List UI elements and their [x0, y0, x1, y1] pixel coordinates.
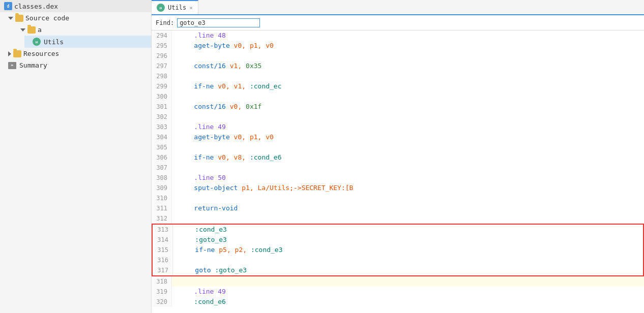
line-number: 307 — [152, 163, 172, 173]
code-line: 314 :goto_e3 — [153, 235, 643, 245]
line-content: .line 49 — [172, 287, 644, 297]
find-bar: Find: — [152, 15, 644, 30]
line-number: 309 — [152, 183, 172, 193]
find-input[interactable] — [177, 18, 260, 27]
line-content: aget-byte v0, p1, v0 — [172, 132, 644, 142]
line-content — [172, 91, 644, 102]
line-content: :cond_e3 — [173, 225, 643, 235]
tab-label: Utils — [168, 4, 186, 11]
line-content — [172, 71, 644, 81]
code-line: 318 — [152, 276, 644, 287]
resources-folder-icon — [13, 50, 21, 57]
code-line: 313 :cond_e3 — [153, 225, 643, 235]
summary-label: Summary — [19, 61, 47, 69]
code-line: 315 if-ne p5, p2, :cond_e3 — [153, 245, 643, 255]
folder-icon — [27, 26, 36, 34]
code-line: 317 goto :goto_e3 — [153, 265, 643, 275]
line-content: sput-object p1, La/Utils;->SECRET_KEY:[B — [172, 183, 644, 193]
line-number: 320 — [152, 297, 172, 307]
folder-a-label: a — [38, 26, 42, 34]
sidebar: d classes.dex Source code a — [0, 0, 152, 313]
code-line: 302 — [152, 112, 644, 122]
line-number: 306 — [152, 152, 172, 163]
code-line: 305 — [152, 142, 644, 152]
line-number: 318 — [152, 276, 172, 287]
sidebar-item-resources[interactable]: Resources — [0, 48, 151, 59]
code-line: 296 — [152, 51, 644, 61]
code-line: 311 return-void — [152, 203, 644, 213]
code-line: 320 :cond_e6 — [152, 297, 644, 307]
code-line: 294 .line 48 — [152, 30, 644, 41]
right-panel: u Utils × Find: 294 .line 48295 aget-byt… — [152, 0, 644, 313]
line-number: 319 — [152, 287, 172, 297]
source-code-label: Source code — [25, 14, 69, 22]
line-content: if-ne p5, p2, :cond_e3 — [173, 245, 643, 255]
sidebar-item-folder-a[interactable]: a — [12, 24, 151, 36]
sidebar-item-summary[interactable]: ≡ Summary — [0, 59, 151, 71]
code-line: 319 .line 49 — [152, 287, 644, 297]
highlighted-box: 313 :cond_e3314 :goto_e3315 if-ne p5, p2… — [152, 224, 644, 276]
line-number: 312 — [152, 213, 172, 224]
tab-close-button[interactable]: × — [189, 5, 193, 11]
chevron-down-icon — [8, 17, 13, 20]
utils-tab[interactable]: u Utils × — [152, 0, 198, 14]
line-content: :goto_e3 — [173, 235, 643, 245]
code-line: 309 sput-object p1, La/Utils;->SECRET_KE… — [152, 183, 644, 193]
line-content: .line 49 — [172, 122, 644, 132]
line-number: 303 — [152, 122, 172, 132]
line-content — [172, 213, 644, 224]
summary-icon: ≡ — [8, 62, 16, 69]
code-line: 298 — [152, 71, 644, 81]
line-number: 308 — [152, 173, 172, 183]
code-line: 301 const/16 v0, 0x1f — [152, 102, 644, 112]
line-content: if-ne v0, v1, :cond_ec — [172, 81, 644, 91]
line-number: 305 — [152, 142, 172, 152]
code-line: 299 if-ne v0, v1, :cond_ec — [152, 81, 644, 91]
line-content: :cond_e6 — [172, 297, 644, 307]
line-content — [172, 112, 644, 122]
sidebar-item-utils[interactable]: u Utils — [24, 36, 151, 48]
sidebar-item-source-code[interactable]: Source code — [0, 12, 151, 24]
code-line: 308 .line 50 — [152, 173, 644, 183]
code-line: 316 — [153, 255, 643, 265]
folder-icon — [15, 15, 23, 22]
chevron-right-icon — [8, 51, 11, 56]
line-content — [172, 276, 644, 287]
line-number: 301 — [152, 102, 172, 112]
dex-label: classes.dex — [14, 3, 58, 10]
line-number: 302 — [152, 112, 172, 122]
line-number: 304 — [152, 132, 172, 142]
line-content: aget-byte v0, p1, v0 — [172, 41, 644, 51]
utils-icon: u — [33, 38, 41, 46]
line-content: .line 50 — [172, 173, 644, 183]
line-number: 310 — [152, 193, 172, 203]
line-number: 299 — [152, 81, 172, 91]
line-content: const/16 v0, 0x1f — [172, 102, 644, 112]
line-content — [172, 163, 644, 173]
sidebar-item-dex[interactable]: d classes.dex — [0, 0, 151, 12]
code-line: 312 — [152, 213, 644, 224]
line-content: return-void — [172, 203, 644, 213]
code-line: 310 — [152, 193, 644, 203]
line-content — [172, 193, 644, 203]
dex-icon: d — [4, 2, 12, 10]
code-line: 307 — [152, 163, 644, 173]
line-number: 295 — [152, 41, 172, 51]
line-number: 315 — [153, 245, 173, 255]
code-line: 306 if-ne v0, v8, :cond_e6 — [152, 152, 644, 163]
tab-utils-icon: u — [157, 4, 165, 12]
line-content — [172, 142, 644, 152]
line-content: const/16 v1, 0x35 — [172, 61, 644, 71]
line-number: 298 — [152, 71, 172, 81]
find-label: Find: — [156, 19, 174, 26]
line-number: 314 — [153, 235, 173, 245]
line-number: 316 — [153, 255, 173, 265]
main-layout: d classes.dex Source code a — [0, 0, 644, 313]
app-container: d classes.dex Source code a — [0, 0, 644, 313]
tab-bar: u Utils × — [152, 0, 644, 15]
line-number: 313 — [153, 225, 173, 235]
line-content — [172, 51, 644, 61]
code-area[interactable]: 294 .line 48295 aget-byte v0, p1, v0296 … — [152, 30, 644, 313]
resources-label: Resources — [23, 50, 59, 57]
line-number: 294 — [152, 30, 172, 41]
